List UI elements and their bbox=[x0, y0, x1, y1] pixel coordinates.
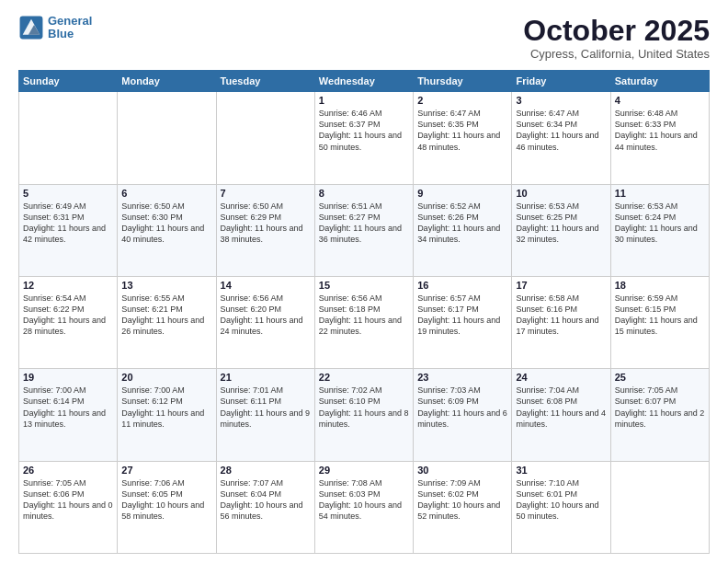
day-number: 14 bbox=[221, 280, 311, 291]
day-info: Sunrise: 7:06 AM Sunset: 6:05 PM Dayligh… bbox=[121, 477, 211, 523]
weekday-header-saturday: Saturday bbox=[610, 71, 709, 92]
day-number: 13 bbox=[121, 280, 211, 291]
day-number: 31 bbox=[516, 465, 606, 476]
calendar-cell: 24Sunrise: 7:04 AM Sunset: 6:08 PM Dayli… bbox=[512, 369, 610, 461]
calendar-table: SundayMondayTuesdayWednesdayThursdayFrid… bbox=[18, 70, 710, 554]
day-number: 22 bbox=[319, 372, 409, 383]
day-info: Sunrise: 6:52 AM Sunset: 6:26 PM Dayligh… bbox=[417, 201, 507, 246]
calendar-header-row: SundayMondayTuesdayWednesdayThursdayFrid… bbox=[19, 71, 710, 92]
day-info: Sunrise: 7:09 AM Sunset: 6:02 PM Dayligh… bbox=[417, 477, 507, 523]
day-number: 23 bbox=[417, 372, 507, 383]
day-number: 2 bbox=[417, 95, 507, 106]
day-number: 19 bbox=[23, 372, 113, 383]
day-info: Sunrise: 7:05 AM Sunset: 6:06 PM Dayligh… bbox=[23, 477, 113, 523]
day-number: 9 bbox=[417, 188, 507, 199]
day-number: 12 bbox=[23, 280, 113, 291]
day-info: Sunrise: 7:05 AM Sunset: 6:07 PM Dayligh… bbox=[615, 385, 705, 430]
day-info: Sunrise: 6:56 AM Sunset: 6:18 PM Dayligh… bbox=[319, 293, 409, 338]
calendar-cell: 27Sunrise: 7:06 AM Sunset: 6:05 PM Dayli… bbox=[118, 461, 216, 553]
weekday-header-friday: Friday bbox=[512, 71, 610, 92]
calendar-cell: 15Sunrise: 6:56 AM Sunset: 6:18 PM Dayli… bbox=[314, 276, 413, 368]
calendar-cell: 25Sunrise: 7:05 AM Sunset: 6:07 PM Dayli… bbox=[610, 369, 709, 461]
calendar-cell: 19Sunrise: 7:00 AM Sunset: 6:14 PM Dayli… bbox=[19, 369, 118, 461]
day-info: Sunrise: 6:47 AM Sunset: 6:34 PM Dayligh… bbox=[516, 108, 606, 153]
calendar-cell: 3Sunrise: 6:47 AM Sunset: 6:34 PM Daylig… bbox=[512, 92, 610, 184]
day-number: 28 bbox=[221, 465, 311, 476]
day-info: Sunrise: 6:47 AM Sunset: 6:35 PM Dayligh… bbox=[417, 108, 507, 153]
calendar-cell: 20Sunrise: 7:00 AM Sunset: 6:12 PM Dayli… bbox=[118, 369, 216, 461]
day-info: Sunrise: 6:48 AM Sunset: 6:33 PM Dayligh… bbox=[615, 108, 705, 153]
weekday-header-sunday: Sunday bbox=[19, 71, 118, 92]
day-number: 1 bbox=[319, 95, 409, 106]
day-info: Sunrise: 7:00 AM Sunset: 6:14 PM Dayligh… bbox=[23, 385, 113, 430]
calendar-cell: 17Sunrise: 6:58 AM Sunset: 6:16 PM Dayli… bbox=[512, 276, 610, 368]
calendar-week-2: 5Sunrise: 6:49 AM Sunset: 6:31 PM Daylig… bbox=[19, 184, 710, 276]
day-info: Sunrise: 6:53 AM Sunset: 6:24 PM Dayligh… bbox=[615, 201, 705, 246]
calendar-cell bbox=[216, 92, 314, 184]
day-info: Sunrise: 6:56 AM Sunset: 6:20 PM Dayligh… bbox=[221, 293, 311, 338]
day-info: Sunrise: 6:58 AM Sunset: 6:16 PM Dayligh… bbox=[516, 293, 606, 338]
day-number: 7 bbox=[221, 188, 311, 199]
day-info: Sunrise: 6:46 AM Sunset: 6:37 PM Dayligh… bbox=[319, 108, 409, 153]
day-number: 5 bbox=[23, 188, 113, 199]
day-info: Sunrise: 6:53 AM Sunset: 6:25 PM Dayligh… bbox=[516, 201, 606, 246]
calendar-cell: 12Sunrise: 6:54 AM Sunset: 6:22 PM Dayli… bbox=[19, 276, 118, 368]
calendar-cell: 1Sunrise: 6:46 AM Sunset: 6:37 PM Daylig… bbox=[314, 92, 413, 184]
calendar-body: 1Sunrise: 6:46 AM Sunset: 6:37 PM Daylig… bbox=[19, 92, 710, 554]
weekday-header-tuesday: Tuesday bbox=[216, 71, 314, 92]
day-number: 8 bbox=[319, 188, 409, 199]
calendar-week-3: 12Sunrise: 6:54 AM Sunset: 6:22 PM Dayli… bbox=[19, 276, 710, 368]
calendar-cell: 29Sunrise: 7:08 AM Sunset: 6:03 PM Dayli… bbox=[314, 461, 413, 553]
day-number: 21 bbox=[221, 372, 311, 383]
logo-icon bbox=[18, 15, 44, 40]
calendar-cell: 6Sunrise: 6:50 AM Sunset: 6:30 PM Daylig… bbox=[118, 184, 216, 276]
calendar-cell: 9Sunrise: 6:52 AM Sunset: 6:26 PM Daylig… bbox=[414, 184, 512, 276]
calendar-cell: 18Sunrise: 6:59 AM Sunset: 6:15 PM Dayli… bbox=[610, 276, 709, 368]
day-number: 10 bbox=[516, 188, 606, 199]
calendar-cell: 28Sunrise: 7:07 AM Sunset: 6:04 PM Dayli… bbox=[216, 461, 314, 553]
day-info: Sunrise: 7:02 AM Sunset: 6:10 PM Dayligh… bbox=[319, 385, 409, 430]
header: General Blue October 2025 Cypress, Calif… bbox=[18, 15, 710, 61]
day-info: Sunrise: 7:03 AM Sunset: 6:09 PM Dayligh… bbox=[417, 385, 507, 430]
calendar-cell bbox=[19, 92, 118, 184]
day-number: 15 bbox=[319, 280, 409, 291]
calendar-cell: 14Sunrise: 6:56 AM Sunset: 6:20 PM Dayli… bbox=[216, 276, 314, 368]
day-number: 16 bbox=[417, 280, 507, 291]
calendar-cell: 30Sunrise: 7:09 AM Sunset: 6:02 PM Dayli… bbox=[414, 461, 512, 553]
day-info: Sunrise: 6:54 AM Sunset: 6:22 PM Dayligh… bbox=[23, 293, 113, 338]
calendar-cell: 16Sunrise: 6:57 AM Sunset: 6:17 PM Dayli… bbox=[414, 276, 512, 368]
logo-line1: General bbox=[48, 14, 92, 28]
calendar-cell: 21Sunrise: 7:01 AM Sunset: 6:11 PM Dayli… bbox=[216, 369, 314, 461]
title-block: October 2025 Cypress, California, United… bbox=[523, 15, 710, 61]
calendar-cell: 2Sunrise: 6:47 AM Sunset: 6:35 PM Daylig… bbox=[414, 92, 512, 184]
calendar-cell: 11Sunrise: 6:53 AM Sunset: 6:24 PM Dayli… bbox=[610, 184, 709, 276]
day-number: 29 bbox=[319, 465, 409, 476]
day-number: 6 bbox=[121, 188, 211, 199]
day-number: 26 bbox=[23, 465, 113, 476]
day-number: 24 bbox=[516, 372, 606, 383]
day-info: Sunrise: 7:10 AM Sunset: 6:01 PM Dayligh… bbox=[516, 477, 606, 523]
calendar-cell: 22Sunrise: 7:02 AM Sunset: 6:10 PM Dayli… bbox=[314, 369, 413, 461]
calendar-week-4: 19Sunrise: 7:00 AM Sunset: 6:14 PM Dayli… bbox=[19, 369, 710, 461]
day-info: Sunrise: 7:07 AM Sunset: 6:04 PM Dayligh… bbox=[221, 477, 311, 523]
day-info: Sunrise: 7:08 AM Sunset: 6:03 PM Dayligh… bbox=[319, 477, 409, 523]
calendar-week-1: 1Sunrise: 6:46 AM Sunset: 6:37 PM Daylig… bbox=[19, 92, 710, 184]
day-info: Sunrise: 6:51 AM Sunset: 6:27 PM Dayligh… bbox=[319, 201, 409, 246]
location: Cypress, California, United States bbox=[523, 47, 710, 61]
day-info: Sunrise: 7:04 AM Sunset: 6:08 PM Dayligh… bbox=[516, 385, 606, 430]
weekday-header-monday: Monday bbox=[118, 71, 216, 92]
logo-line2: Blue bbox=[48, 27, 74, 40]
day-info: Sunrise: 6:55 AM Sunset: 6:21 PM Dayligh… bbox=[121, 293, 211, 338]
calendar-cell: 5Sunrise: 6:49 AM Sunset: 6:31 PM Daylig… bbox=[19, 184, 118, 276]
calendar-cell: 7Sunrise: 6:50 AM Sunset: 6:29 PM Daylig… bbox=[216, 184, 314, 276]
calendar-cell bbox=[118, 92, 216, 184]
day-info: Sunrise: 6:49 AM Sunset: 6:31 PM Dayligh… bbox=[23, 201, 113, 246]
calendar-cell: 10Sunrise: 6:53 AM Sunset: 6:25 PM Dayli… bbox=[512, 184, 610, 276]
weekday-header-thursday: Thursday bbox=[414, 71, 512, 92]
day-info: Sunrise: 6:50 AM Sunset: 6:30 PM Dayligh… bbox=[121, 201, 211, 246]
day-number: 4 bbox=[615, 95, 705, 106]
logo-text: General Blue bbox=[48, 15, 92, 41]
day-number: 18 bbox=[615, 280, 705, 291]
day-info: Sunrise: 6:59 AM Sunset: 6:15 PM Dayligh… bbox=[615, 293, 705, 338]
calendar-cell: 4Sunrise: 6:48 AM Sunset: 6:33 PM Daylig… bbox=[610, 92, 709, 184]
